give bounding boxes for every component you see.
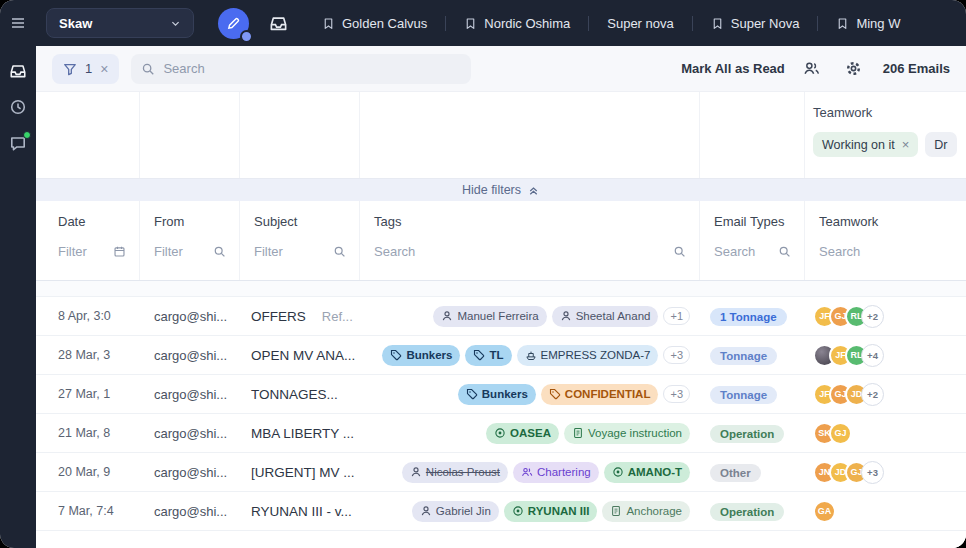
gear-icon[interactable] [839, 55, 869, 83]
hamburger-menu-icon[interactable] [0, 15, 36, 31]
hide-filters-button[interactable]: Hide filters [36, 178, 966, 201]
email-type-chip[interactable]: Operation [710, 503, 784, 521]
more-tags-badge[interactable]: +1 [663, 307, 690, 325]
email-tags: BunkersCONFIDENTIAL+3 [360, 384, 700, 405]
email-row-partial [36, 531, 966, 548]
email-assignees: JFRL+4 [805, 344, 966, 367]
email-row[interactable]: 7 Mar, 7:4cargo@shi...RYUNAN III - v...G… [36, 492, 966, 531]
email-assignees: JFGJRL+2 [805, 305, 966, 328]
tag-chip-gabriel-jin[interactable]: Gabriel Jin [412, 501, 499, 522]
tag-chip-label: OASEA [510, 427, 551, 439]
sidebar-inbox-icon[interactable] [9, 62, 27, 80]
email-assignees: SKGJ [805, 422, 966, 445]
doc-icon [610, 505, 622, 517]
bookmark-icon [322, 17, 335, 30]
column-filter-input-date[interactable]: Filter [58, 244, 139, 259]
email-assignees: JFGJJD+2 [805, 383, 966, 406]
email-tags: Gabriel JinRYUNAN IIIAnchorage [360, 501, 700, 522]
bookmark-icon [836, 17, 849, 30]
list-toolbar: 1 × Search Mark All as Read 206 Emails [36, 46, 966, 92]
email-subject: [URGENT] MV ... [240, 465, 360, 480]
email-type-chip[interactable]: 1 Tonnage [710, 308, 787, 326]
avatar[interactable]: GA [813, 500, 836, 523]
filter-cell-date[interactable] [36, 92, 140, 178]
filter-cell-from[interactable] [140, 92, 240, 178]
mark-all-read-button[interactable]: Mark All as Read [681, 61, 785, 76]
workspace-selector[interactable]: Skaw [46, 8, 194, 38]
list-gap [36, 281, 966, 297]
teamwork-chip-working-on-it[interactable]: Working on it× [813, 132, 918, 157]
tag-chip-confidential[interactable]: CONFIDENTIAL [541, 384, 659, 405]
tag-chip-nicolas-proust[interactable]: Nicolas Proust [402, 462, 508, 483]
more-avatars-badge[interactable]: +2 [861, 305, 884, 328]
sidebar-clock-icon[interactable] [9, 98, 27, 116]
email-date: 7 Mar, 7:4 [36, 504, 140, 518]
tag-chip-bunkers[interactable]: Bunkers [458, 384, 536, 405]
inbox-tray-icon[interactable] [269, 14, 288, 33]
column-filter-input-subject[interactable]: Filter [254, 244, 359, 259]
email-type-chip[interactable]: Tonnage [710, 347, 777, 365]
tag-chip-amano-t[interactable]: AMANO-T [604, 462, 690, 483]
email-tags: Manuel FerreiraSheetal Anand+1 [360, 306, 700, 327]
search-icon [778, 245, 791, 258]
tag-chip-manuel-ferreira[interactable]: Manuel Ferreira [433, 306, 546, 327]
badge-icon [612, 466, 624, 478]
column-filter-input-email-types[interactable]: Search [714, 244, 804, 259]
more-avatars-badge[interactable]: +4 [861, 344, 884, 367]
column-label: Subject [254, 214, 359, 229]
more-tags-badge[interactable]: +3 [663, 346, 690, 364]
email-row[interactable]: 21 Mar, 8cargo@shi...MBA LIBERTY ...OASE… [36, 414, 966, 453]
email-row[interactable]: 27 Mar, 1cargo@shi...TONNAGES...BunkersC… [36, 375, 966, 414]
sidebar-chat-icon[interactable] [9, 134, 27, 152]
teamwork-chip-dr[interactable]: Dr [925, 132, 956, 157]
search-input[interactable]: Search [131, 54, 471, 84]
bookmark-icon [464, 17, 477, 30]
email-row[interactable]: 20 Mar, 9cargo@shi...[URGENT] MV ...Nico… [36, 453, 966, 492]
column-filter-input-from[interactable]: Filter [154, 244, 239, 259]
tag-chip-empress-zonda-7[interactable]: EMPRESS ZONDA-7 [517, 345, 659, 366]
email-tags: Nicolas ProustCharteringAMANO-T [360, 462, 700, 483]
email-from: cargo@shi... [140, 465, 240, 480]
compose-button[interactable] [218, 8, 249, 39]
email-type-chip[interactable]: Other [710, 464, 761, 482]
filter-cell-teamwork[interactable]: Teamwork Working on it×Dr [805, 92, 966, 178]
more-avatars-badge[interactable]: +3 [861, 461, 884, 484]
column-filter-input-tags[interactable]: Search [374, 244, 699, 259]
more-tags-badge[interactable]: +3 [663, 385, 690, 403]
more-avatars-badge[interactable]: +2 [861, 383, 884, 406]
tab-super-nova[interactable]: Super nova [589, 16, 692, 31]
tag-chip-voyage-instruction[interactable]: Voyage instruction [564, 423, 690, 444]
search-placeholder: Search [163, 61, 204, 76]
avatar[interactable]: GJ [829, 422, 852, 445]
compose-badge [240, 30, 253, 43]
tab-super-nova[interactable]: Super Nova [693, 16, 818, 31]
tab-ming-w[interactable]: Ming W [818, 16, 918, 31]
email-date: 8 Apr, 3:0 [36, 309, 140, 323]
clear-filters-icon[interactable]: × [100, 62, 108, 76]
filter-cell-email-types[interactable] [700, 92, 805, 178]
filter-cell-subject[interactable] [240, 92, 360, 178]
email-type-chip[interactable]: Operation [710, 425, 784, 443]
topbar: Skaw Golden CalvusNordic OshimaSuper nov… [0, 0, 966, 46]
tag-chip-chartering[interactable]: Chartering [513, 462, 599, 483]
email-subject-text: TONNAGES... [251, 387, 338, 402]
share-users-icon[interactable] [797, 55, 827, 83]
column-filter-input-teamwork[interactable]: Search [819, 244, 966, 259]
email-list: 8 Apr, 3:0cargo@shi...OFFERSRef...Manuel… [36, 297, 966, 548]
tag-chip-tl[interactable]: TL [465, 345, 511, 366]
email-type-chip[interactable]: Tonnage [710, 386, 777, 404]
tag-chip-anchorage[interactable]: Anchorage [602, 501, 690, 522]
tag-chip-ryunan-iii[interactable]: RYUNAN III [504, 501, 598, 522]
email-row[interactable]: 28 Mar, 3cargo@shi...OPEN MV ANA...Bunke… [36, 336, 966, 375]
tag-chip-oasea[interactable]: OASEA [486, 423, 559, 444]
email-row[interactable]: 8 Apr, 3:0cargo@shi...OFFERSRef...Manuel… [36, 297, 966, 336]
filter-cell-tags[interactable] [360, 92, 700, 178]
main-content: 1 × Search Mark All as Read 206 Emails [36, 46, 966, 548]
filter-button[interactable]: 1 × [52, 54, 119, 84]
workspace-label: Skaw [59, 16, 92, 31]
tag-chip-sheetal-anand[interactable]: Sheetal Anand [552, 306, 659, 327]
tab-golden-calvus[interactable]: Golden Calvus [304, 16, 445, 31]
tag-chip-bunkers[interactable]: Bunkers [382, 345, 460, 366]
remove-chip-icon[interactable]: × [902, 137, 910, 152]
tab-nordic-oshima[interactable]: Nordic Oshima [446, 16, 588, 31]
